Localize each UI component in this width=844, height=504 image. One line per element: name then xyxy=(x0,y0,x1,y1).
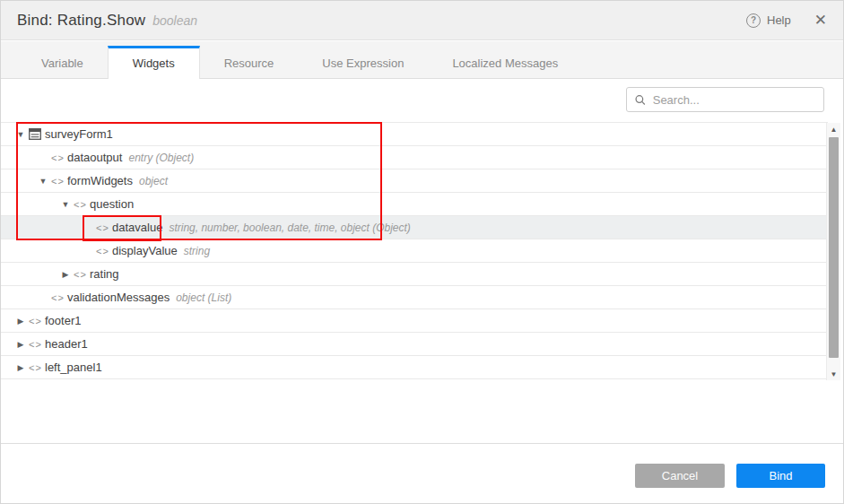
code-icon: <> xyxy=(51,292,64,303)
tab-use-expression[interactable]: Use Expression xyxy=(298,45,428,78)
tree-node-label: dataoutput xyxy=(67,151,122,164)
code-icon: <> xyxy=(29,362,41,373)
tree-node-label: footer1 xyxy=(45,314,81,327)
tree-row-left-panel1[interactable]: ▶ <> left_panel1 xyxy=(1,356,828,379)
form-icon xyxy=(29,128,41,140)
collapse-arrow-icon[interactable]: ▶ xyxy=(15,363,26,372)
code-icon: <> xyxy=(51,152,64,163)
tab-localized-messages[interactable]: Localized Messages xyxy=(428,45,582,78)
expand-arrow-icon[interactable]: ▼ xyxy=(15,130,26,139)
tab-variable[interactable]: Variable xyxy=(17,45,108,78)
code-icon: <> xyxy=(96,222,109,233)
code-icon: <> xyxy=(29,316,41,326)
tab-widgets[interactable]: Widgets xyxy=(108,46,200,79)
scrollbar-thumb[interactable] xyxy=(829,137,839,358)
scrollbar-down-icon[interactable]: ▼ xyxy=(827,368,840,380)
collapse-arrow-icon[interactable]: ▶ xyxy=(15,340,26,349)
bind-dialog: Bind: Rating.Show boolean ? Help ✕ Varia… xyxy=(0,0,844,504)
tree-row-formwidgets[interactable]: ▼ <> formWidgets object xyxy=(1,169,828,193)
tree-node-type: object xyxy=(139,175,168,187)
cancel-button[interactable]: Cancel xyxy=(635,464,725,488)
tree-node-label: formWidgets xyxy=(67,174,133,187)
tree-node-label: question xyxy=(90,197,134,211)
dialog-titlebar: Bind: Rating.Show boolean ? Help ✕ xyxy=(1,1,843,40)
tree-node-label: validationMessages xyxy=(67,291,170,304)
tree-node-type: string, number, boolean, date, time, obj… xyxy=(169,222,410,234)
help-button[interactable]: ? Help xyxy=(746,13,791,28)
code-icon: <> xyxy=(74,199,86,210)
dialog-title-type: boolean xyxy=(152,13,197,28)
tree-row-header1[interactable]: ▶ <> header1 xyxy=(1,333,828,356)
code-icon: <> xyxy=(96,246,109,256)
bind-button[interactable]: Bind xyxy=(736,464,825,488)
code-icon: <> xyxy=(51,176,64,187)
search-box[interactable] xyxy=(626,87,824,112)
code-icon: <> xyxy=(74,269,86,280)
tree-row-footer1[interactable]: ▶ <> footer1 xyxy=(1,309,828,333)
tree-node-type: entry (Object) xyxy=(128,152,194,164)
tree-row-surveyform1[interactable]: ▼ surveyForm1 xyxy=(1,123,828,146)
help-label: Help xyxy=(767,13,791,27)
expand-arrow-icon[interactable]: ▼ xyxy=(60,200,71,209)
tree-row-dataoutput[interactable]: <> dataoutput entry (Object) xyxy=(1,146,828,169)
help-icon: ? xyxy=(746,13,761,28)
scrollbar-up-icon[interactable]: ▲ xyxy=(827,123,840,135)
tree-node-type: string xyxy=(184,245,210,257)
bind-status: The widget can be bound Target:rating.sh… xyxy=(1,380,843,444)
collapse-arrow-icon[interactable]: ▶ xyxy=(15,317,26,326)
tree-row-displayvalue[interactable]: <> displayValue string xyxy=(1,239,828,263)
dialog-title: Bind: Rating.Show xyxy=(17,12,145,30)
tree-row-rating[interactable]: ▶ <> rating xyxy=(1,263,828,286)
code-icon: <> xyxy=(29,339,41,350)
collapse-arrow-icon[interactable]: ▶ xyxy=(60,270,71,279)
search-icon xyxy=(635,94,646,106)
tree-scrollbar[interactable]: ▲ ▼ xyxy=(826,123,840,380)
tree-row-question[interactable]: ▼ <> question xyxy=(1,193,828,216)
tree-node-label: header1 xyxy=(45,337,88,351)
tree-node-label: left_panel1 xyxy=(45,361,102,374)
close-icon[interactable]: ✕ xyxy=(814,13,827,28)
tree-node-label: datavalue xyxy=(112,221,162,234)
tree-node-label: displayValue xyxy=(112,244,178,257)
tree-row-validationmessages[interactable]: <> validationMessages object (List) xyxy=(1,286,828,309)
tab-resource[interactable]: Resource xyxy=(200,45,299,78)
tree-node-type: object (List) xyxy=(176,291,231,304)
expand-arrow-icon[interactable]: ▼ xyxy=(38,177,48,186)
tree-node-label: rating xyxy=(90,267,119,281)
search-input[interactable] xyxy=(653,93,815,107)
tab-bar: Variable Widgets Resource Use Expression… xyxy=(1,41,843,79)
tree-node-label: surveyForm1 xyxy=(45,127,113,141)
tree-row-datavalue[interactable]: <> datavalue string, number, boolean, da… xyxy=(1,216,828,239)
widget-tree: ▼ surveyForm1 <> dataoutput entry (Objec… xyxy=(1,122,828,379)
